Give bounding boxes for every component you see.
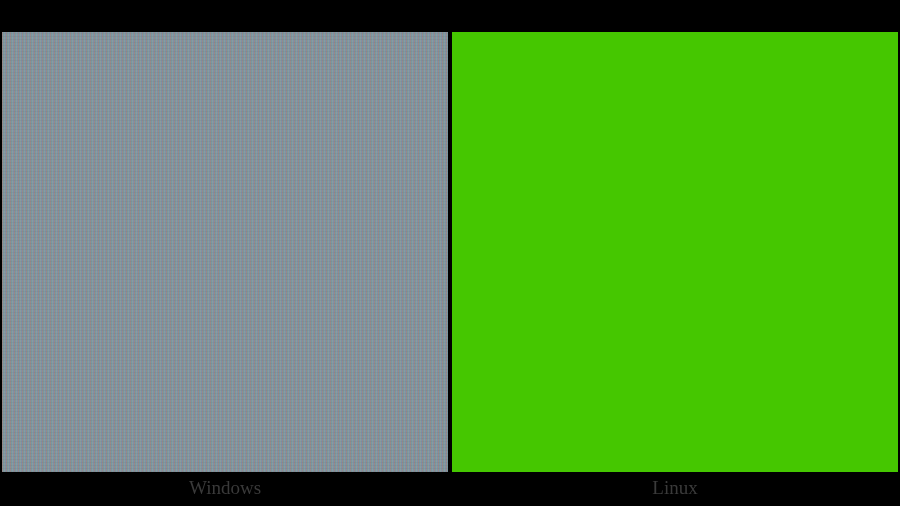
solid-green-display xyxy=(452,32,898,472)
content-area-windows xyxy=(2,32,448,472)
header-bar-left xyxy=(2,2,448,32)
footer-bar-left: Windows xyxy=(2,472,448,504)
noise-pattern-display xyxy=(2,32,448,472)
panel-linux: Linux xyxy=(450,0,900,506)
panel-label-windows: Windows xyxy=(189,477,261,499)
panel-label-linux: Linux xyxy=(652,477,697,499)
header-bar-right xyxy=(452,2,898,32)
footer-bar-right: Linux xyxy=(452,472,898,504)
content-area-linux xyxy=(452,32,898,472)
panel-windows: Windows xyxy=(0,0,450,506)
